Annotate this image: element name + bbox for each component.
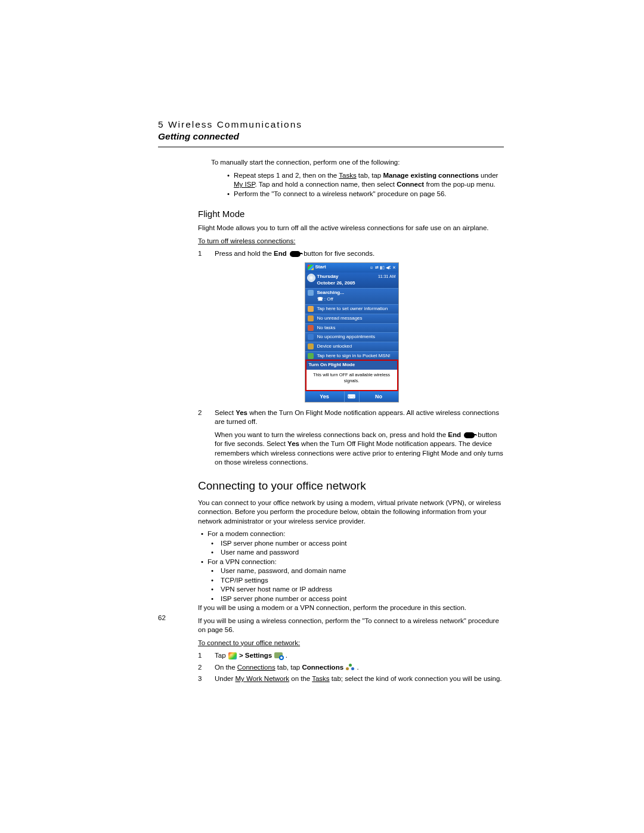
office-step-3: 3 Under My Work Network on the Tasks tab… bbox=[198, 674, 505, 684]
shot-today-row: Thursday11:31 AM October 26, 2005 bbox=[305, 272, 398, 289]
office-step-1: 1 Tap > Settings . bbox=[198, 651, 505, 661]
shot-row-signal: Searching...☎ : Off bbox=[305, 288, 398, 304]
shot-keyboard-icon: ⌨ bbox=[344, 391, 360, 402]
flight-mode-heading: Flight Mode bbox=[198, 208, 505, 220]
end-button-icon bbox=[290, 251, 301, 257]
vpn-item-4: •ISP server phone number or access point bbox=[198, 594, 505, 604]
shot-popup-title: Turn On Flight Mode bbox=[306, 361, 397, 370]
shot-row-tasks: No tasks bbox=[305, 323, 398, 333]
shot-row-owner: Tap here to set owner information bbox=[305, 304, 398, 314]
shot-row-msn: Tap here to sign in to Pocket MSN! bbox=[305, 351, 398, 360]
office-after-1: If you will be using a modem or a VPN co… bbox=[198, 603, 505, 613]
intro-bullet-2: • Perform the "To connect to a wireless … bbox=[224, 190, 505, 199]
chapter-title: 5 Wireless Communications bbox=[158, 119, 504, 130]
office-intro: You can connect to your office network b… bbox=[198, 498, 505, 527]
end-button-icon bbox=[464, 432, 475, 438]
flight-step-2: 2 Select Yes when the Turn On Flight Mod… bbox=[198, 408, 505, 467]
header-rule bbox=[158, 147, 504, 147]
shot-popup: Turn On Flight Mode This will turn OFF a… bbox=[305, 360, 398, 391]
device-screenshot: Start ☺⇄▮▯◀€✕ Thursday11:31 AM October 2… bbox=[305, 262, 399, 402]
vpn-item-1: •User name, password, and domain name bbox=[198, 566, 505, 576]
flight-procedure-title: To turn off wireless connections: bbox=[198, 237, 295, 244]
windows-flag-icon bbox=[308, 265, 314, 270]
modem-heading: •For a modem connection: bbox=[198, 529, 505, 539]
office-heading: Connecting to your office network bbox=[198, 478, 505, 494]
flight-step-1: 1 Press and hold the End button for five… bbox=[198, 249, 505, 259]
intro-lead: To manually start the connection, perfor… bbox=[198, 158, 505, 168]
shot-status-icons: ☺⇄▮▯◀€✕ bbox=[369, 265, 395, 270]
shot-row-lock: Device unlocked bbox=[305, 342, 398, 351]
shot-popup-body: This will turn OFF all available wireles… bbox=[306, 370, 397, 390]
settings-icon bbox=[274, 652, 283, 659]
modem-item-1: •ISP server phone number or access point bbox=[198, 539, 505, 549]
shot-row-appts: No upcoming appointments bbox=[305, 332, 398, 342]
start-icon bbox=[228, 652, 237, 659]
vpn-item-2: •TCP/IP settings bbox=[198, 576, 505, 586]
shot-start-label: Start bbox=[315, 264, 326, 271]
connections-icon bbox=[346, 664, 354, 672]
vpn-heading: •For a VPN connection: bbox=[198, 558, 505, 567]
intro-bullet-1: • Repeat steps 1 and 2, then on the Task… bbox=[224, 171, 505, 190]
section-title: Getting connected bbox=[158, 131, 504, 142]
office-after-2: If you will be using a wireless connecti… bbox=[198, 617, 505, 635]
shot-row-messages: No unread messages bbox=[305, 314, 398, 323]
office-step-2: 2 On the Connections tab, tap Connection… bbox=[198, 663, 505, 673]
shot-bottom-bar: Yes ⌨ No bbox=[305, 391, 398, 402]
clock-icon bbox=[307, 274, 315, 282]
office-procedure-title: To connect to your office network: bbox=[198, 639, 300, 646]
shot-no-button: No bbox=[360, 391, 398, 402]
modem-item-2: •User name and password bbox=[198, 548, 505, 558]
flight-mode-desc: Flight Mode allows you to turn off all t… bbox=[198, 224, 505, 233]
page-header: 5 Wireless Communications Getting connec… bbox=[158, 119, 504, 157]
shot-yes-button: Yes bbox=[305, 391, 344, 402]
page-number: 62 bbox=[158, 614, 166, 621]
vpn-item-3: •VPN server host name or IP address bbox=[198, 585, 505, 594]
shot-titlebar: Start ☺⇄▮▯◀€✕ bbox=[305, 263, 398, 272]
body-text: To manually start the connection, perfor… bbox=[198, 158, 505, 686]
